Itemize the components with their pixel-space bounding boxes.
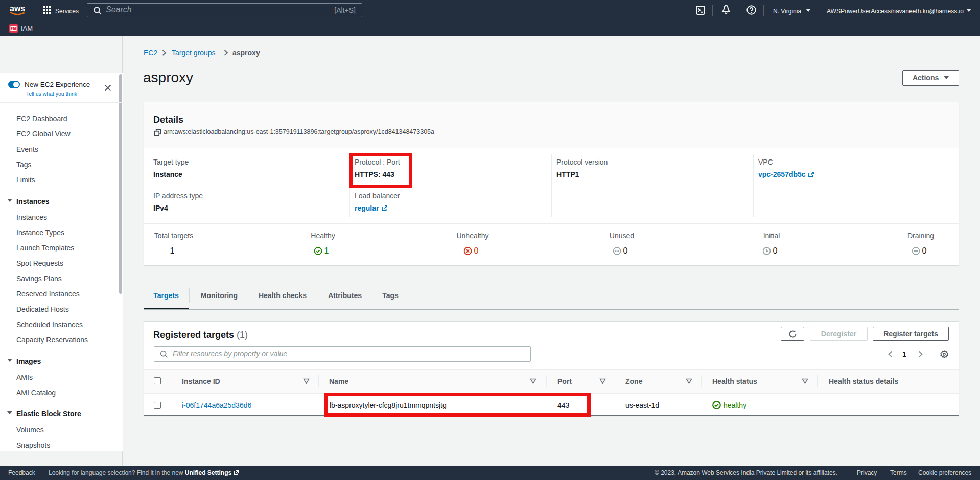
svg-text:aws: aws <box>10 4 25 13</box>
